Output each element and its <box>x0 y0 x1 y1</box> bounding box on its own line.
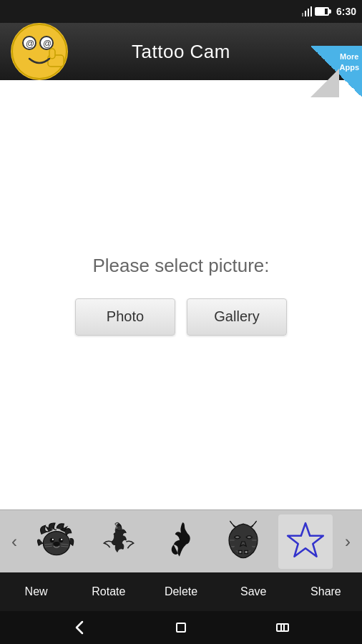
svg-marker-1 <box>308 9 309 16</box>
more-apps-banner[interactable]: MoreApps <box>310 46 362 97</box>
main-content: Please select picture: Photo Gallery <box>0 80 362 509</box>
select-picture-text: Please select picture: <box>92 255 269 277</box>
svg-point-24 <box>116 526 118 528</box>
emoji-logo: @ @ <box>11 23 68 80</box>
svg-text:@: @ <box>43 39 52 49</box>
app-title: Tattoo Cam <box>132 41 230 63</box>
status-time: 6:30 <box>336 6 356 17</box>
lion-tattoo-icon <box>34 519 79 564</box>
tattoo-tribal[interactable] <box>154 514 208 569</box>
tattoo-star[interactable] <box>278 514 333 569</box>
svg-point-14 <box>59 537 63 542</box>
strip-right-arrow[interactable]: › <box>336 524 359 560</box>
mask-tattoo-icon <box>221 519 265 564</box>
status-bar: 6:30 <box>0 0 362 23</box>
share-button[interactable]: Share <box>290 580 362 604</box>
signal-icon <box>300 6 312 16</box>
svg-marker-29 <box>288 523 323 557</box>
svg-marker-0 <box>310 6 312 16</box>
new-button[interactable]: New <box>0 580 72 604</box>
nav-back-button[interactable] <box>69 618 89 638</box>
app-logo: @ @ <box>0 23 79 80</box>
bottom-toolbar: New Rotate Delete Save Share <box>0 572 362 611</box>
nav-recents-button[interactable] <box>273 618 293 638</box>
svg-marker-2 <box>305 11 306 16</box>
svg-point-15 <box>52 538 54 540</box>
svg-rect-11 <box>49 49 55 59</box>
svg-rect-30 <box>177 623 185 632</box>
battery-icon <box>315 7 329 16</box>
tattoo-lion[interactable] <box>29 514 84 569</box>
tattoo-items <box>26 514 336 569</box>
nav-home-button[interactable] <box>171 618 191 638</box>
svg-point-16 <box>62 538 63 540</box>
photo-button[interactable]: Photo <box>75 298 175 336</box>
status-icons: 6:30 <box>300 6 356 17</box>
picture-source-buttons: Photo Gallery <box>75 298 287 336</box>
tattoo-strip: ‹ <box>0 509 362 572</box>
dragon-tattoo-icon <box>97 519 141 564</box>
more-apps-text[interactable]: MoreApps <box>340 52 360 74</box>
svg-marker-3 <box>302 13 303 16</box>
save-button[interactable]: Save <box>217 580 290 604</box>
svg-rect-26 <box>245 550 248 553</box>
svg-point-13 <box>50 537 54 542</box>
tribal-tattoo-icon <box>159 519 203 564</box>
tattoo-dragon[interactable] <box>92 514 146 569</box>
svg-point-17 <box>54 542 59 545</box>
system-nav-bar <box>0 611 362 644</box>
delete-button[interactable]: Delete <box>145 580 217 604</box>
gallery-button[interactable]: Gallery <box>187 298 287 336</box>
rotate-button[interactable]: Rotate <box>72 580 145 604</box>
svg-rect-25 <box>239 550 242 553</box>
star-tattoo-icon <box>283 519 328 564</box>
svg-text:@: @ <box>26 39 34 49</box>
strip-left-arrow[interactable]: ‹ <box>3 524 26 560</box>
app-header: @ @ Tattoo Cam MoreApps <box>0 23 362 80</box>
tattoo-mask[interactable] <box>216 514 270 569</box>
